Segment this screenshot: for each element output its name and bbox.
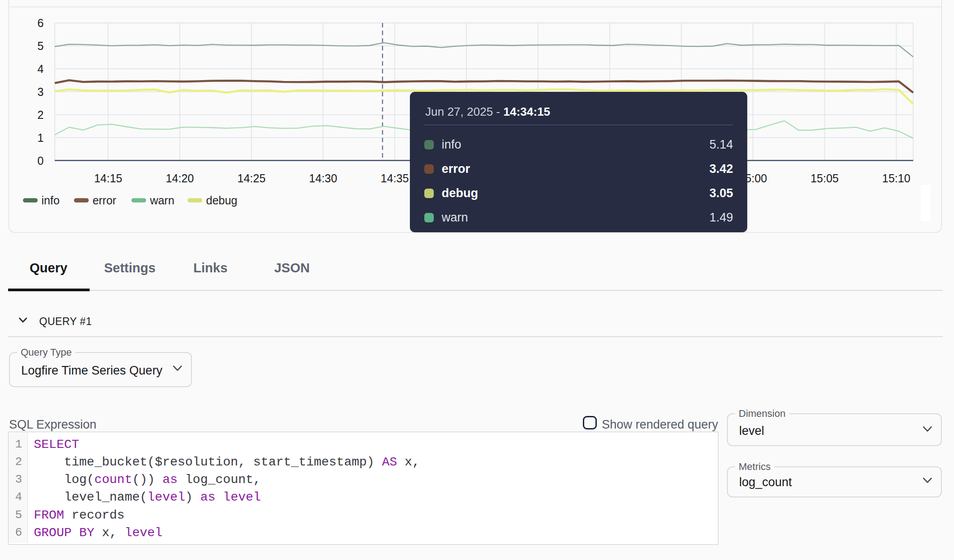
svg-text:1: 1 <box>37 131 44 144</box>
svg-text:0: 0 <box>37 154 44 167</box>
svg-text:3: 3 <box>37 86 44 98</box>
svg-text:info: info <box>41 194 59 207</box>
svg-text:14:35: 14:35 <box>381 172 409 185</box>
svg-text:14:30: 14:30 <box>309 172 337 185</box>
svg-text:15:05: 15:05 <box>810 172 839 185</box>
svg-text:error: error <box>92 194 116 207</box>
svg-text:4: 4 <box>37 63 44 75</box>
svg-text:14:20: 14:20 <box>166 172 194 185</box>
svg-text:2: 2 <box>37 108 44 121</box>
svg-text:14:15: 14:15 <box>94 172 123 185</box>
svg-text:15:10: 15:10 <box>882 172 911 185</box>
svg-text:14:25: 14:25 <box>237 172 266 185</box>
svg-text:5: 5 <box>37 40 44 52</box>
svg-text:debug: debug <box>206 194 238 207</box>
svg-text:6: 6 <box>37 17 44 29</box>
svg-text:warn: warn <box>150 194 174 207</box>
